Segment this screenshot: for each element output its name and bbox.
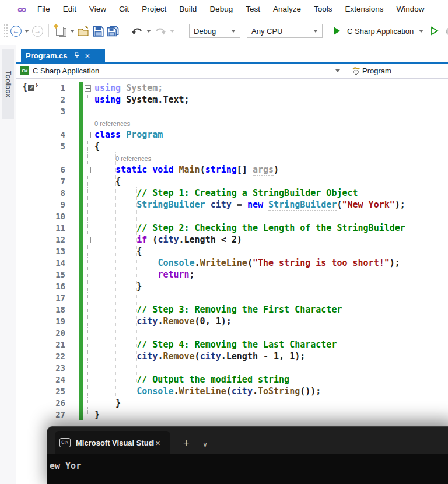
code-line[interactable]: 24 // Output the modified string xyxy=(16,374,448,385)
code-line[interactable]: 14 Console.WriteLine("The string is too … xyxy=(16,257,448,269)
collapse-region-icon[interactable] xyxy=(85,132,91,138)
hot-reload-icon[interactable] xyxy=(444,25,448,37)
code-line[interactable]: 26 } xyxy=(16,397,448,409)
fold-margin xyxy=(83,339,93,350)
code-line[interactable]: 1using System; xyxy=(16,82,448,94)
fold-margin xyxy=(83,129,93,141)
code-line[interactable]: 17 xyxy=(16,292,448,304)
start-debugging-icon[interactable] xyxy=(334,27,340,35)
run-target-dropdown-icon[interactable] xyxy=(419,30,424,33)
menu-item-analyze[interactable]: Analyze xyxy=(267,5,307,13)
fold-margin xyxy=(83,269,93,280)
line-number: 9 xyxy=(16,199,65,211)
navigate-back-icon[interactable]: ← xyxy=(10,26,22,37)
codelens-references[interactable]: 0 references xyxy=(116,155,151,162)
collapse-region-icon[interactable] xyxy=(85,237,91,243)
terminal-output[interactable]: ew Yor xyxy=(47,454,448,471)
code-line[interactable]: 11 // Step 2: Checking the Length of the… xyxy=(16,222,448,234)
toolbar-separator xyxy=(180,24,180,37)
menubar-items: FileEditViewGitProjectBuildDebugTestAnal… xyxy=(31,3,431,14)
menu-item-build[interactable]: Build xyxy=(173,5,203,13)
code-line[interactable]: 15 return; xyxy=(16,269,448,280)
redo-icon[interactable] xyxy=(154,26,167,36)
navigate-forward-icon[interactable]: → xyxy=(32,26,43,37)
braces-margin-icon[interactable]: {↗} xyxy=(22,83,38,92)
open-file-icon[interactable] xyxy=(78,26,90,36)
code-line[interactable]: 20 xyxy=(16,327,448,339)
fold-margin xyxy=(83,245,93,257)
menu-item-window[interactable]: Window xyxy=(390,5,431,13)
menu-item-edit[interactable]: Edit xyxy=(57,5,83,13)
code-line[interactable]: 8 // Step 1: Creating a StringBuilder Ob… xyxy=(16,187,448,199)
terminal-tab[interactable]: C:\ Microsoft Visual Studio Debu × xyxy=(55,431,170,454)
code-line[interactable]: 16 } xyxy=(16,280,448,292)
undo-icon[interactable] xyxy=(131,26,144,36)
project-dropdown[interactable]: C# C Sharp Application xyxy=(16,64,346,78)
terminal-separator xyxy=(197,438,197,448)
new-item-dropdown-icon[interactable] xyxy=(70,30,75,33)
code-line[interactable]: 3 xyxy=(16,106,448,117)
menu-item-project[interactable]: Project xyxy=(135,5,173,13)
menu-item-debug[interactable]: Debug xyxy=(203,5,239,13)
line-number: 10 xyxy=(16,211,65,222)
solution-platform-value: Any CPU xyxy=(251,27,282,36)
undo-dropdown-icon[interactable] xyxy=(146,30,151,33)
line-number: 17 xyxy=(16,292,65,304)
code-line[interactable]: 21 // Step 4: Removing the Last Characte… xyxy=(16,339,448,350)
code-line[interactable]: 9 StringBuilder city = new StringBuilder… xyxy=(16,199,448,211)
code-line[interactable]: 6 static void Main(string[] args) xyxy=(16,164,448,176)
close-icon[interactable]: × xyxy=(155,438,160,448)
fold-margin xyxy=(83,106,93,117)
code-line[interactable]: 4class Program xyxy=(16,129,448,141)
code-line[interactable]: 23 xyxy=(16,362,448,374)
run-target-label[interactable]: C Sharp Application xyxy=(347,27,414,36)
line-number xyxy=(16,152,65,164)
code-line[interactable]: 2using System.Text; xyxy=(16,94,448,106)
tab-program-cs[interactable]: Program.cs × xyxy=(21,49,105,62)
code-line[interactable]: 22 city.Remove(city.Length - 1, 1); xyxy=(16,350,448,362)
close-icon[interactable]: × xyxy=(85,51,90,60)
code-line[interactable]: 5{ xyxy=(16,141,448,152)
fold-margin xyxy=(83,164,93,176)
code-line[interactable]: 27} xyxy=(16,409,448,420)
new-tab-icon[interactable]: + xyxy=(183,437,190,450)
solution-platform-dropdown[interactable]: Any CPU xyxy=(247,24,323,38)
member-dropdown[interactable]: Program xyxy=(346,64,391,78)
start-without-debugging-icon[interactable] xyxy=(430,26,439,36)
fold-margin xyxy=(83,257,93,269)
toolbar-grip-handle[interactable] xyxy=(4,23,8,38)
solution-configuration-dropdown[interactable]: Debug xyxy=(189,24,240,38)
pin-icon[interactable] xyxy=(74,52,80,59)
save-all-icon[interactable] xyxy=(107,26,120,37)
save-icon[interactable] xyxy=(93,26,104,37)
code-line[interactable]: 19 city.Remove(0, 1); xyxy=(16,315,448,327)
menu-item-git[interactable]: Git xyxy=(113,5,135,13)
menu-item-test[interactable]: Test xyxy=(239,5,267,13)
navigate-back-dropdown-icon[interactable] xyxy=(24,30,29,33)
new-item-icon[interactable] xyxy=(54,26,67,37)
codelens-references[interactable]: 0 references xyxy=(94,120,130,127)
code-line[interactable]: 18 // Step 3: Removing the First Charact… xyxy=(16,304,448,315)
code-line[interactable]: 12 if (city.Length < 2) xyxy=(16,234,448,245)
code-line[interactable]: 25 Console.WriteLine(city.ToString()); xyxy=(16,385,448,397)
chevron-down-icon[interactable]: ∨ xyxy=(203,441,208,448)
fold-margin xyxy=(83,117,93,129)
menu-item-extensions[interactable]: Extensions xyxy=(338,5,390,13)
document-tab-title: Program.cs xyxy=(26,51,68,60)
visual-studio-logo-icon: ∞ xyxy=(18,3,26,15)
terminal-window[interactable]: C:\ Microsoft Visual Studio Debu × + ∨ e… xyxy=(47,426,448,484)
code-line[interactable]: 10 xyxy=(16,211,448,222)
line-number: 13 xyxy=(16,245,65,257)
line-number: 19 xyxy=(16,315,65,327)
line-number: 16 xyxy=(16,280,65,292)
collapse-region-icon[interactable] xyxy=(85,85,91,92)
toolbox-tab[interactable]: Toolbox xyxy=(2,49,14,119)
redo-dropdown-icon[interactable] xyxy=(170,30,174,33)
collapse-region-icon[interactable] xyxy=(85,167,91,173)
menu-item-tools[interactable]: Tools xyxy=(307,5,339,13)
menu-item-view[interactable]: View xyxy=(83,5,113,13)
code-line[interactable]: 7 { xyxy=(16,176,448,187)
code-editor[interactable]: {↗} 1using System;2using System.Text;30 … xyxy=(16,79,448,484)
menu-item-file[interactable]: File xyxy=(31,5,57,13)
code-line[interactable]: 13 { xyxy=(16,245,448,257)
